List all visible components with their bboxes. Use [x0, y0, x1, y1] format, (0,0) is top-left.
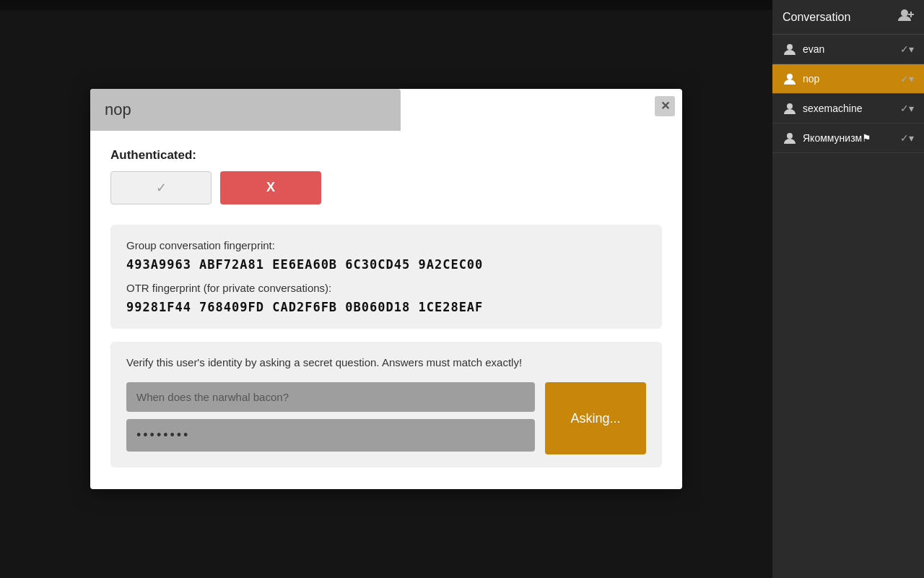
user-icon-nop [783, 72, 797, 86]
chevron-evan-icon: ✓▾ [900, 43, 914, 55]
otr-fingerprint-value: 99281F44 768409FD CAD2F6FB 0B060D18 1CE2… [126, 300, 646, 314]
sidebar-item-evan-label: evan [803, 43, 824, 55]
fingerprint-value: 493A9963 ABF72A81 EE6EA60B 6C30CD45 9A2C… [126, 257, 646, 272]
auth-x-button[interactable]: X [220, 171, 321, 204]
modal-close-button[interactable]: ✕ [655, 96, 675, 116]
question-input[interactable] [126, 382, 535, 412]
modal-body: Authenticated: ✓ X Group conversation fi… [90, 131, 682, 490]
otr-fingerprint-label: OTR fingerprint (for private conversatio… [126, 282, 646, 294]
chevron-sexemachine-icon: ✓▾ [900, 103, 914, 114]
chevron-kommunizm-icon: ✓▾ [900, 132, 914, 144]
fingerprint-box: Group conversation fingerprint: 493A9963… [110, 225, 662, 329]
modal-title-bar: nop [90, 89, 401, 131]
svg-point-5 [787, 103, 793, 109]
user-icon-sexemachine [783, 101, 797, 116]
verify-fields [126, 382, 535, 452]
svg-point-4 [787, 74, 793, 79]
verify-inputs: Asking... [126, 382, 646, 454]
sidebar-item-nop-label: nop [803, 73, 819, 85]
chevron-nop-icon: ✓▾ [900, 73, 914, 85]
fingerprint-label: Group conversation fingerprint: [126, 239, 646, 251]
verify-text: Verify this user's identity by asking a … [126, 355, 646, 371]
auth-buttons: ✓ X [110, 171, 662, 204]
modal-backdrop: ✕ nop Authenticated: ✓ X Group conversat… [0, 0, 772, 578]
auth-check-button[interactable]: ✓ [110, 171, 212, 204]
add-contact-icon[interactable] [898, 9, 914, 25]
verify-box: Verify this user's identity by asking a … [110, 342, 662, 468]
sidebar-item-kommunizm-label: Якоммунизм⚑ [803, 132, 871, 144]
sidebar-item-nop[interactable]: nop ✓▾ [772, 64, 924, 94]
sidebar-title: Conversation [783, 11, 850, 24]
svg-point-0 [901, 9, 908, 17]
asking-button[interactable]: Asking... [545, 382, 646, 454]
sidebar-item-kommunizm[interactable]: Якоммунизм⚑ ✓▾ [772, 124, 924, 153]
sidebar-item-sexemachine[interactable]: sexemachine ✓▾ [772, 94, 924, 124]
modal: ✕ nop Authenticated: ✓ X Group conversat… [90, 89, 682, 490]
user-icon-kommunizm [783, 131, 797, 145]
user-icon-evan [783, 42, 797, 56]
sidebar-header: Conversation [772, 0, 924, 35]
svg-point-3 [787, 44, 793, 50]
authenticated-label: Authenticated: [110, 148, 662, 163]
svg-point-6 [787, 133, 793, 139]
answer-input[interactable] [126, 419, 535, 452]
sidebar-item-sexemachine-label: sexemachine [803, 103, 863, 114]
sidebar: Conversation evan ✓▾ nop ✓▾ [772, 0, 924, 578]
sidebar-item-evan[interactable]: evan ✓▾ [772, 35, 924, 64]
modal-title: nop [105, 100, 131, 118]
